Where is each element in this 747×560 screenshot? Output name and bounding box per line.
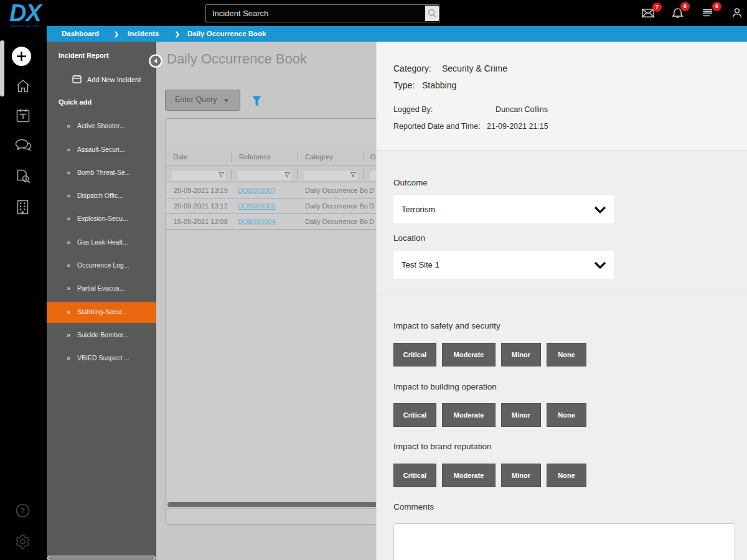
svg-text:?: ? xyxy=(21,506,25,515)
